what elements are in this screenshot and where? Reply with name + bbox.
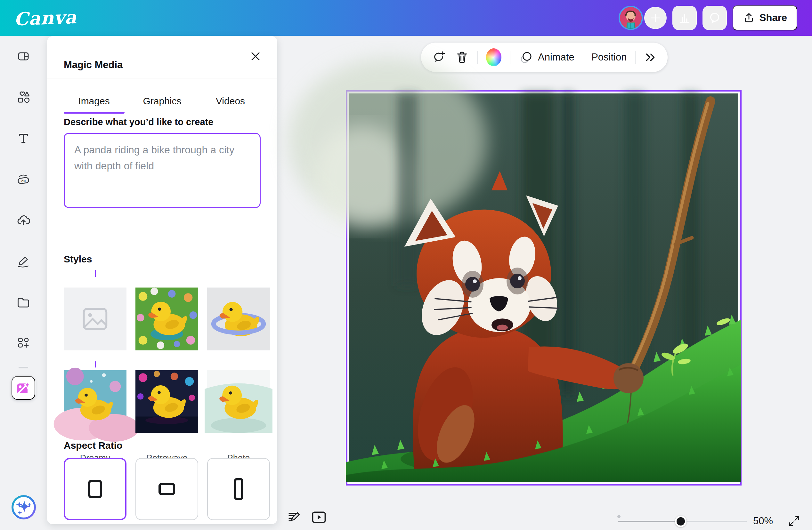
sidebar-item-projects[interactable] bbox=[0, 282, 47, 323]
elements-icon bbox=[16, 90, 30, 104]
notes-button[interactable] bbox=[287, 510, 302, 525]
magic-media-icon bbox=[16, 381, 31, 395]
apps-icon bbox=[16, 336, 30, 350]
prompt-input[interactable] bbox=[64, 133, 261, 208]
zoom-level-label: 50% bbox=[753, 515, 773, 527]
notes-icon bbox=[287, 510, 302, 524]
zoom-slider-thumb[interactable] bbox=[675, 516, 686, 527]
uploads-icon bbox=[16, 213, 31, 227]
share-button[interactable]: Share bbox=[733, 5, 797, 30]
sidebar-item-magic-media[interactable] bbox=[12, 376, 35, 400]
styles-row-1: None 3D bbox=[64, 271, 270, 357]
draw-icon bbox=[16, 254, 30, 268]
more-tools-button[interactable] bbox=[644, 51, 657, 64]
close-icon bbox=[250, 50, 261, 62]
aspect-ratio-row bbox=[64, 458, 270, 520]
style-option-3d[interactable]: 3D bbox=[135, 271, 198, 357]
panel-tabs: Images Graphics Videos bbox=[47, 78, 277, 114]
comments-button[interactable] bbox=[702, 6, 727, 30]
assistant-sparkle-icon bbox=[11, 495, 37, 520]
aspect-ratio-heading: Aspect Ratio bbox=[64, 440, 122, 451]
portrait-ratio-icon bbox=[234, 478, 243, 500]
style-option-photo[interactable]: Photo bbox=[207, 354, 270, 440]
more-chevrons-icon bbox=[644, 51, 657, 64]
square-ratio-icon bbox=[88, 480, 102, 498]
tab-videos-label: Videos bbox=[216, 96, 245, 106]
fullscreen-button[interactable] bbox=[787, 514, 801, 529]
avatar[interactable] bbox=[619, 6, 643, 30]
insights-icon bbox=[678, 11, 692, 25]
canva-logo: Canva bbox=[14, 6, 77, 30]
toolbar-divider bbox=[477, 51, 478, 64]
svg-text:co: co bbox=[21, 178, 26, 183]
expand-icon bbox=[787, 514, 801, 528]
upload-icon bbox=[743, 12, 755, 24]
panel-title: Magic Media bbox=[64, 59, 122, 71]
plus-icon bbox=[650, 13, 661, 24]
styles-row-2: Dreamy Retrowave bbox=[64, 354, 270, 440]
landscape-ratio-icon bbox=[159, 483, 175, 495]
red-panda-image bbox=[349, 93, 738, 482]
animate-label: Animate bbox=[538, 51, 575, 63]
position-button[interactable]: Position bbox=[591, 51, 627, 63]
toolbar-divider bbox=[510, 51, 510, 64]
panel-header: Magic Media bbox=[47, 36, 277, 78]
trash-icon bbox=[455, 50, 469, 64]
color-wheel-icon bbox=[486, 48, 502, 66]
aspect-square-option[interactable] bbox=[64, 458, 127, 520]
sidebar: co bbox=[0, 36, 47, 530]
topbar: Canva bbox=[0, 0, 812, 36]
animate-button[interactable]: Animate bbox=[519, 50, 575, 65]
topbar-actions: Share bbox=[619, 5, 797, 30]
aspect-portrait-option[interactable] bbox=[207, 458, 270, 520]
active-tab-underline bbox=[64, 112, 125, 114]
text-icon bbox=[17, 132, 30, 145]
tab-videos[interactable]: Videos bbox=[196, 86, 264, 114]
magic-media-panel: Magic Media Images Graphics Videos Descr… bbox=[47, 36, 277, 524]
comment-plus-icon bbox=[432, 50, 447, 65]
insights-button[interactable] bbox=[672, 6, 697, 30]
projects-icon bbox=[16, 295, 30, 309]
share-label: Share bbox=[759, 12, 787, 24]
comment-button[interactable] bbox=[432, 50, 447, 65]
sidebar-item-apps[interactable] bbox=[0, 323, 47, 364]
style-option-retrowave[interactable]: Retrowave bbox=[135, 354, 198, 440]
style-option-dreamy[interactable]: Dreamy bbox=[64, 354, 127, 440]
tab-images-label: Images bbox=[78, 96, 110, 106]
color-picker-button[interactable] bbox=[486, 48, 502, 66]
present-icon bbox=[311, 510, 327, 524]
brand-icon: co bbox=[16, 172, 30, 186]
styles-heading: Styles bbox=[64, 254, 92, 265]
zoom-fit-marker bbox=[617, 515, 621, 518]
zoom-slider-fill bbox=[618, 521, 681, 522]
sidebar-item-design[interactable] bbox=[0, 36, 47, 77]
canva-editor: Canva bbox=[0, 0, 812, 530]
style-option-none[interactable]: None bbox=[64, 271, 127, 357]
canvas-toolbar: Animate Position bbox=[421, 43, 668, 72]
animate-icon bbox=[519, 50, 534, 65]
sidebar-item-brand[interactable]: co bbox=[0, 159, 47, 200]
tab-graphics[interactable]: Graphics bbox=[128, 86, 196, 114]
close-panel-button[interactable] bbox=[248, 49, 263, 64]
comments-icon bbox=[708, 11, 722, 25]
present-button[interactable] bbox=[311, 510, 327, 525]
describe-label: Describe what you’d like to create bbox=[64, 117, 213, 127]
add-member-button[interactable] bbox=[644, 7, 667, 29]
style-option-3d-model[interactable]: 3D Model bbox=[207, 271, 270, 357]
tab-graphics-label: Graphics bbox=[143, 96, 181, 106]
position-label: Position bbox=[591, 51, 627, 63]
toolbar-divider bbox=[583, 51, 583, 64]
assistant-button[interactable] bbox=[11, 495, 37, 520]
sidebar-item-text[interactable] bbox=[0, 118, 47, 159]
toolbar-divider bbox=[635, 51, 635, 64]
aspect-landscape-option[interactable] bbox=[135, 458, 198, 520]
selected-image[interactable] bbox=[346, 90, 742, 486]
delete-button[interactable] bbox=[455, 50, 469, 64]
tab-images[interactable]: Images bbox=[60, 86, 128, 114]
sidebar-item-draw[interactable] bbox=[0, 241, 47, 282]
sidebar-item-uploads[interactable] bbox=[0, 200, 47, 241]
sidebar-item-elements[interactable] bbox=[0, 77, 47, 118]
design-icon bbox=[17, 49, 30, 63]
sidebar-divider bbox=[18, 367, 28, 368]
